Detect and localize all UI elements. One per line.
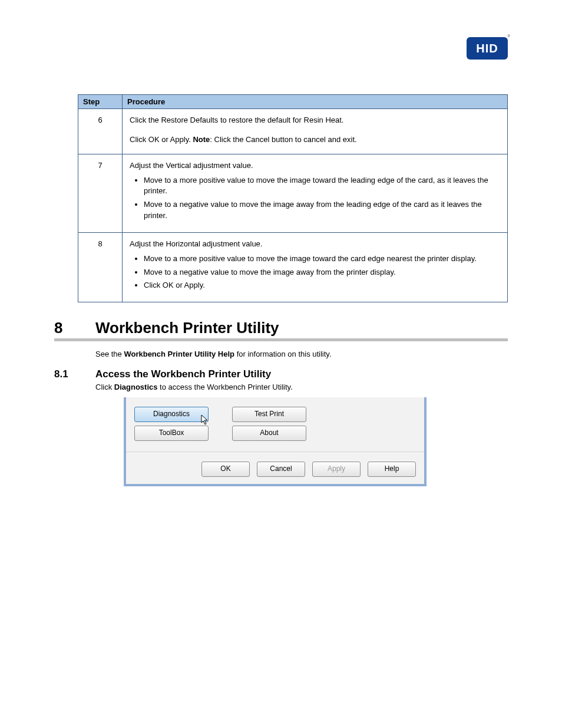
dialog-window: Diagnostics Test Print ToolBox About <box>124 397 427 486</box>
text-fragment: : Click the Cancel button to cancel and … <box>210 135 356 144</box>
subsection-description: Click Diagnostics to access the Workbenc… <box>95 383 508 391</box>
dialog-separator <box>126 452 424 452</box>
table-row: 7 Adjust the Vertical adjustment value. … <box>78 154 508 232</box>
text-bold: Diagnostics <box>114 383 158 391</box>
step-number: 6 <box>78 109 123 154</box>
svg-marker-0 <box>201 415 207 424</box>
help-button[interactable]: Help <box>368 462 416 477</box>
section-number: 8 <box>54 319 95 337</box>
bullet-item: Click OK or Apply. <box>144 280 500 291</box>
table-row: 8 Adjust the Horizontal adjustment value… <box>78 232 508 302</box>
text-bold: Workbench Printer Utility Help <box>124 350 234 358</box>
cursor-icon <box>201 414 209 425</box>
table-row: 6 Click the Restore Defaults to restore … <box>78 109 508 154</box>
table-header-procedure: Procedure <box>123 95 508 109</box>
bullet-item: Move to a negative value to move the ima… <box>144 267 500 278</box>
step-procedure: Adjust the Horizontal adjustment value. … <box>123 232 508 302</box>
button-label: Diagnostics <box>153 410 190 418</box>
logo-registered-mark: ® <box>508 34 510 38</box>
text-fragment: for information on this utility. <box>234 350 332 358</box>
step-procedure: Click the Restore Defaults to restore th… <box>123 109 508 154</box>
step-procedure: Adjust the Vertical adjustment value. Mo… <box>123 154 508 232</box>
procedure-text: Click the Restore Defaults to restore th… <box>130 115 500 126</box>
apply-button[interactable]: Apply <box>312 462 361 477</box>
step-number: 8 <box>78 232 123 302</box>
bullet-item: Move to a more positive value to move th… <box>144 175 500 197</box>
note-label: Note <box>193 135 210 144</box>
test-print-button[interactable]: Test Print <box>232 407 306 422</box>
text-fragment: See the <box>95 350 124 358</box>
procedure-text: Click OK or Apply. Note: Click the Cance… <box>130 134 500 146</box>
subsection-title: Access the Workbench Printer Utility <box>95 368 271 380</box>
hid-logo: HID <box>467 37 508 60</box>
toolbox-button[interactable]: ToolBox <box>134 426 209 441</box>
step-number: 7 <box>78 154 123 232</box>
bullet-item: Move to a more positive value to move th… <box>144 253 500 265</box>
text-fragment: Click OK or Apply. <box>130 135 193 144</box>
cancel-button[interactable]: Cancel <box>257 462 305 477</box>
section-description: See the Workbench Printer Utility Help f… <box>95 348 508 360</box>
bullet-item: Move to a negative value to move the ima… <box>144 199 500 222</box>
diagnostics-button[interactable]: Diagnostics <box>134 407 209 422</box>
text-fragment: Click <box>95 383 114 391</box>
table-header-step: Step <box>78 95 123 109</box>
text-fragment: to access the Workbench Printer Utility. <box>157 383 292 391</box>
procedure-text: Adjust the Horizontal adjustment value. <box>130 239 500 250</box>
subsection-number: 8.1 <box>54 368 95 380</box>
section-title: Workbench Printer Utility <box>95 319 279 337</box>
section-divider <box>54 338 508 341</box>
procedure-text: Adjust the Vertical adjustment value. <box>130 160 500 172</box>
ok-button[interactable]: OK <box>201 462 250 477</box>
procedure-table: Step Procedure 6 Click the Restore Defau… <box>78 94 508 302</box>
about-button[interactable]: About <box>232 426 306 441</box>
